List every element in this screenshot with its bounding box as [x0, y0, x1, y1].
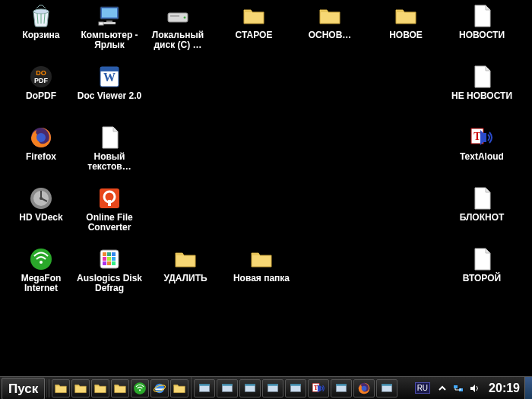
quicklaunch-ql-explorer-3[interactable] [91, 379, 109, 397]
desktop-icon-local-disk-c[interactable]: Локальный диск (C) … [144, 3, 211, 50]
svg-rect-59 [454, 385, 458, 388]
taskbar-window-win-5[interactable] [285, 379, 306, 397]
taskbar-window-win-4[interactable] [262, 379, 283, 397]
icon-label: ВТОРОЙ [448, 274, 515, 283]
svg-point-38 [139, 389, 141, 391]
desktop-icon-computer-shortcut[interactable]: Компьютер - Ярлык [76, 3, 143, 50]
icon-label: Новый текстов… [76, 152, 143, 172]
hdvdeck-icon [28, 185, 54, 211]
icon-label: НОВОЕ [372, 30, 439, 40]
icon-label: TextAloud [448, 152, 515, 162]
quicklaunch-ql-megafon[interactable] [131, 379, 149, 397]
svg-text:T: T [473, 131, 481, 142]
svg-point-16 [36, 133, 46, 142]
taskbar-window-win-6[interactable] [331, 379, 352, 397]
icon-label: Корзина [8, 30, 74, 40]
svg-rect-42 [199, 384, 210, 385]
svg-rect-46 [245, 384, 255, 385]
svg-rect-24 [108, 200, 111, 206]
show-desktop-button[interactable] [524, 377, 532, 399]
svg-rect-2 [102, 8, 117, 17]
desktop-icon-doc-viewer[interactable]: WDoc Viewer 2.0 [76, 64, 143, 101]
taskbar-window-win-1[interactable] [194, 379, 215, 397]
svg-rect-48 [268, 384, 278, 385]
recycle-icon [28, 3, 54, 29]
quicklaunch-ql-explorer-1[interactable] [52, 379, 70, 397]
taskbar-window-win-firefox[interactable] [353, 379, 375, 397]
tray-tray-arrow[interactable] [435, 382, 449, 395]
svg-rect-8 [170, 15, 179, 17]
folder-icon [393, 3, 419, 29]
desktop-icon-textaloud[interactable]: TTextAloud [448, 125, 515, 162]
desktop-icon-folder-delete[interactable]: УДАЛИТЬ [152, 246, 219, 283]
icon-label: НОВОСТИ [448, 30, 515, 40]
auslogics-icon [97, 246, 122, 272]
svg-point-37 [134, 382, 146, 394]
taskbar-window-win-7[interactable] [376, 379, 397, 397]
desktop-icon-megafon[interactable]: MegaFon Internet [8, 246, 74, 293]
start-button[interactable]: Пуск [2, 378, 45, 399]
language-indicator[interactable]: RU [415, 382, 430, 394]
svg-rect-5 [99, 22, 103, 25]
tray-tray-net[interactable] [451, 382, 465, 395]
icon-label: MegaFon Internet [8, 274, 74, 293]
icon-label: Doc Viewer 2.0 [76, 91, 143, 101]
icon-label: НЕ НОВОСТИ [448, 91, 515, 101]
desktop[interactable]: КорзинаКомпьютер - ЯрлыкЛокальный диск (… [0, 0, 532, 376]
icon-label: УДАЛИТЬ [152, 274, 219, 283]
desktop-icon-hd-vdeck[interactable]: HD VDeck [8, 185, 74, 223]
taskbar-windows: T [192, 377, 412, 399]
computer-icon [97, 3, 122, 29]
desktop-icon-folder-main[interactable]: ОСНОВ… [296, 3, 363, 40]
icon-label: Auslogics Disk Defrag [76, 274, 143, 293]
folder-icon [241, 3, 267, 29]
quicklaunch-ql-explorer-4[interactable] [111, 379, 129, 397]
taskbar-window-win-2[interactable] [217, 379, 238, 397]
svg-rect-3 [106, 21, 112, 22]
desktop-icon-new-text-doc[interactable]: Новый текстов… [76, 125, 143, 172]
icon-label: HD VDeck [8, 213, 74, 223]
quicklaunch-ql-ie[interactable] [150, 379, 169, 397]
desktop-icon-online-file-converter[interactable]: Online File Converter [76, 185, 143, 233]
desktop-icon-file-news[interactable]: НОВОСТИ [448, 3, 515, 40]
quicklaunch-ql-explorer-2[interactable] [71, 379, 90, 397]
icon-label: Online File Converter [76, 213, 143, 233]
desktop-icon-folder-newfolder[interactable]: Новая папка [228, 246, 295, 283]
tray-tray-vol[interactable] [467, 382, 481, 395]
desktop-icon-auslogics[interactable]: Auslogics Disk Defrag [76, 246, 143, 293]
desktop-icon-folder-old[interactable]: СТАРОЕ [220, 3, 287, 40]
svg-rect-32 [107, 257, 111, 261]
clock[interactable]: 20:19 [484, 377, 524, 399]
desktop-icon-firefox[interactable]: Firefox [8, 125, 74, 162]
desktop-icon-dopdf[interactable]: DOPDFDoPDF [8, 64, 74, 101]
icon-label: СТАРОЕ [220, 30, 287, 40]
word-icon: W [97, 64, 122, 90]
megafon-icon [28, 246, 54, 272]
taskbar-window-win-3[interactable] [239, 379, 261, 397]
svg-point-0 [33, 9, 49, 14]
desktop-icon-folder-new[interactable]: НОВОЕ [372, 3, 439, 40]
ofc-icon [97, 185, 122, 211]
page-icon [97, 125, 122, 150]
taskbar-window-win-textaloud[interactable]: T [308, 379, 329, 397]
icon-label: Firefox [8, 152, 74, 162]
svg-rect-44 [222, 384, 233, 385]
svg-point-21 [40, 197, 43, 200]
svg-rect-4 [103, 22, 116, 24]
taskbar: Пуск T RU 20:19 [0, 376, 532, 399]
desktop-icon-recycle-bin[interactable]: Корзина [8, 3, 74, 40]
folder-icon [249, 246, 274, 272]
svg-rect-34 [103, 261, 106, 265]
desktop-icon-file-not-news[interactable]: НЕ НОВОСТИ [448, 64, 515, 101]
quicklaunch-ql-explorer-5[interactable] [170, 379, 188, 397]
svg-rect-28 [103, 252, 106, 256]
svg-text:PDF: PDF [34, 77, 49, 84]
svg-rect-50 [290, 384, 301, 385]
icon-label: Новая папка [228, 274, 295, 283]
desktop-icon-file-notepad[interactable]: БЛОКНОТ [448, 185, 515, 223]
svg-point-26 [40, 261, 43, 264]
svg-point-56 [362, 385, 367, 391]
svg-rect-31 [103, 257, 106, 261]
desktop-icon-file-second[interactable]: ВТОРОЙ [448, 246, 515, 283]
icon-label: ОСНОВ… [296, 30, 363, 40]
